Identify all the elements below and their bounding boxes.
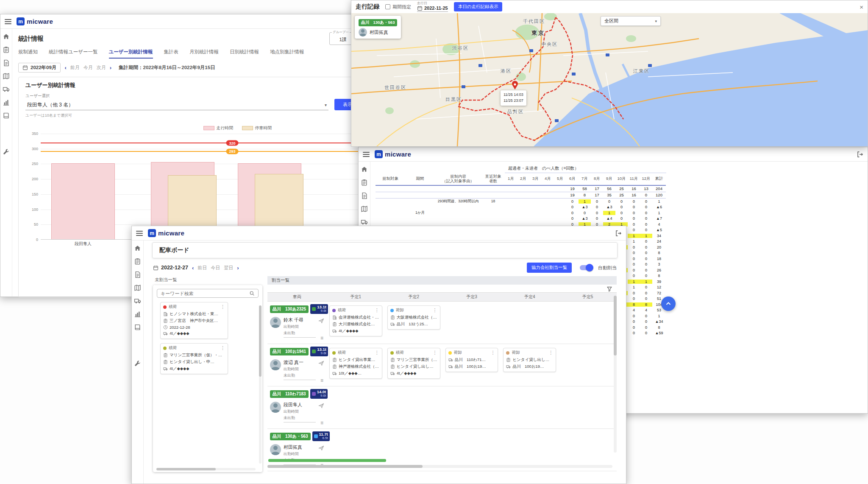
close-icon[interactable]: × bbox=[860, 3, 863, 11]
vertical-scrollbar[interactable] bbox=[614, 296, 617, 453]
stats-tab[interactable]: 統計情報ユーザー一覧 bbox=[49, 49, 98, 59]
vehicle-plate-chip[interactable]: 品川 110わ7183 bbox=[270, 390, 309, 398]
unload-card[interactable]: 荷卸⋮大阪運輸株式会社（支…品川 132う25… bbox=[387, 305, 440, 330]
map-icon[interactable] bbox=[3, 73, 10, 80]
menu-icon[interactable] bbox=[5, 19, 11, 24]
logout-icon[interactable] bbox=[857, 151, 863, 158]
menu-icon[interactable] bbox=[363, 152, 370, 157]
vehicle-plate-chip[interactable]: 品川 130あ2325 bbox=[270, 305, 309, 313]
book-icon[interactable] bbox=[3, 112, 10, 119]
drive-date-label: 走行日 bbox=[417, 2, 448, 5]
document-icon[interactable] bbox=[3, 59, 10, 67]
y-axis-tick: 100 bbox=[25, 207, 38, 212]
home-icon[interactable] bbox=[3, 33, 10, 40]
menu-icon[interactable] bbox=[136, 231, 143, 236]
vehicle-plate-chip[interactable]: 品川 100お1941 bbox=[270, 348, 309, 355]
auto-assign-toggle[interactable] bbox=[580, 265, 593, 270]
current-month-link[interactable]: 今月 bbox=[83, 64, 93, 71]
attendance-value: 未出勤 bbox=[284, 373, 316, 378]
chart-icon[interactable] bbox=[134, 311, 141, 318]
chevron-right-icon[interactable]: › bbox=[110, 64, 111, 71]
truck-icon[interactable] bbox=[3, 86, 10, 93]
clipboard-icon[interactable] bbox=[361, 179, 368, 186]
load-card[interactable]: 積荷⋮ヒンタイ貸出事業・…神戸運輸株式会社（仮…10t／◆◆◆… bbox=[329, 348, 382, 379]
book-icon[interactable] bbox=[134, 324, 141, 331]
clipboard-icon[interactable] bbox=[3, 46, 10, 53]
truck-icon[interactable] bbox=[361, 218, 368, 226]
scroll-top-button[interactable] bbox=[661, 297, 676, 311]
drive-date-field[interactable]: 走行日 2022-11-25 bbox=[417, 2, 448, 12]
stats-tab[interactable]: 月別統計情報 bbox=[189, 49, 219, 59]
stats-tab[interactable]: ユーザー別統計情報 bbox=[109, 49, 153, 59]
vehicle-plate-chip[interactable]: 品川 130あ・563 bbox=[270, 433, 311, 440]
region-select[interactable]: 全区間 ▾ bbox=[601, 16, 661, 26]
document-icon[interactable] bbox=[361, 192, 368, 199]
show-today-record-button[interactable]: 本日の走行記録表示 bbox=[454, 2, 503, 11]
table-cell: 39 bbox=[652, 280, 666, 284]
home-icon[interactable] bbox=[134, 245, 141, 252]
move-handle-icon[interactable]: + bbox=[512, 107, 516, 114]
month-picker[interactable]: 2022年09月 bbox=[18, 63, 61, 73]
load-card[interactable]: 積荷⋮ヒノシマト株式会社・東…三ノ宮店 神戸市中央区…2022-12-284t／… bbox=[160, 302, 228, 339]
next-month-link[interactable]: 次月 bbox=[97, 64, 106, 71]
map-canvas[interactable]: 千代田区中央区渋谷区港区江東区世田谷区目黒区品川区東京 品川 130あ・563 … bbox=[351, 13, 868, 146]
chart-icon[interactable] bbox=[3, 99, 10, 106]
load-card[interactable]: 積荷⋮マリン三宮事業所（仮）・…ヒンタイ貸し出し・申…4t／◆◆◆◆ bbox=[160, 343, 228, 374]
next-day-link[interactable]: 翌日 bbox=[224, 265, 233, 271]
search-input[interactable] bbox=[161, 291, 247, 296]
stats-tab[interactable]: 規制通知 bbox=[18, 49, 38, 59]
vertical-scrollbar[interactable] bbox=[259, 305, 262, 464]
load-card[interactable]: 積荷⋮会津運輸株式会社・…大川運輸株式会社…4t／◆◆◆◆ bbox=[329, 305, 382, 336]
chevron-left-icon[interactable]: ‹ bbox=[192, 265, 194, 271]
stats-tab[interactable]: 集計表 bbox=[164, 49, 179, 59]
kebab-menu-icon[interactable]: ⋮ bbox=[375, 308, 379, 313]
kebab-menu-icon[interactable]: ⋮ bbox=[220, 345, 225, 351]
send-icon[interactable] bbox=[318, 318, 324, 324]
kebab-menu-icon[interactable]: ⋮ bbox=[433, 308, 437, 313]
home-icon[interactable] bbox=[361, 166, 368, 173]
user-select[interactable]: 段田隼人（他 3 名） ▾ bbox=[25, 100, 328, 110]
unload-card[interactable]: 荷卸⋮ヒンタイ貸し出し・申…品川 100お19… bbox=[503, 348, 556, 372]
clipboard-icon[interactable] bbox=[134, 258, 141, 265]
vehicle-overlay-card[interactable]: 品川 130あ・563 村田拓真 bbox=[355, 16, 401, 39]
load-card[interactable]: 積荷⋮マリン三宮事業所（仮）…ヒンタイ貸し出し・申…4t／◆◆◆◆ bbox=[387, 348, 440, 379]
send-icon[interactable] bbox=[318, 360, 324, 366]
card-line-text: 会津運輸株式会社・… bbox=[339, 315, 379, 320]
partner-company-button[interactable]: 協力会社割当一覧 bbox=[527, 263, 572, 273]
table-cell: 0 bbox=[628, 245, 640, 249]
kebab-menu-icon[interactable]: ⋮ bbox=[375, 350, 379, 355]
prev-month-link[interactable]: 前月 bbox=[70, 64, 80, 71]
drag-handle-icon[interactable]: ≡ bbox=[320, 335, 323, 341]
wrench-icon[interactable] bbox=[3, 148, 10, 155]
kebab-menu-icon[interactable]: ⋮ bbox=[433, 350, 437, 355]
send-icon[interactable] bbox=[318, 403, 324, 408]
horizontal-scrollbar[interactable] bbox=[156, 468, 256, 470]
map-icon[interactable] bbox=[361, 205, 368, 213]
document-icon[interactable] bbox=[134, 271, 141, 278]
chevron-left-icon[interactable]: ‹ bbox=[64, 64, 66, 71]
prev-day-link[interactable]: 前日 bbox=[198, 265, 207, 271]
filter-icon[interactable] bbox=[606, 286, 612, 292]
drag-handle-icon[interactable]: ≡ bbox=[320, 378, 323, 383]
logout-icon[interactable] bbox=[615, 230, 622, 237]
truck-icon[interactable] bbox=[134, 297, 141, 305]
kebab-menu-icon[interactable]: ⋮ bbox=[490, 350, 495, 355]
map-icon[interactable] bbox=[134, 284, 141, 291]
send-icon[interactable] bbox=[318, 445, 324, 451]
chevron-right-icon[interactable]: › bbox=[237, 265, 239, 271]
table-cell: 72 bbox=[652, 291, 666, 295]
stats-tab[interactable]: 地点別集計情報 bbox=[270, 49, 304, 59]
date-picker[interactable]: 2022-12-27 bbox=[153, 265, 188, 271]
search-icon[interactable] bbox=[249, 291, 255, 296]
today-link[interactable]: 今日 bbox=[211, 265, 220, 271]
wrench-icon[interactable] bbox=[134, 360, 141, 367]
unload-card[interactable]: 荷卸⋮品川 110わ71…品川 100お19… bbox=[445, 348, 498, 372]
stats-tab[interactable]: 日別統計情報 bbox=[230, 49, 259, 59]
kebab-menu-icon[interactable]: ⋮ bbox=[220, 304, 225, 310]
horizontal-scrollbar[interactable] bbox=[267, 465, 612, 468]
clock-icon bbox=[163, 325, 168, 330]
period-checkbox[interactable] bbox=[385, 4, 390, 9]
kebab-menu-icon[interactable]: ⋮ bbox=[548, 350, 553, 355]
table-cell: 0 bbox=[640, 268, 652, 272]
drag-handle-icon[interactable]: ≡ bbox=[320, 420, 323, 426]
